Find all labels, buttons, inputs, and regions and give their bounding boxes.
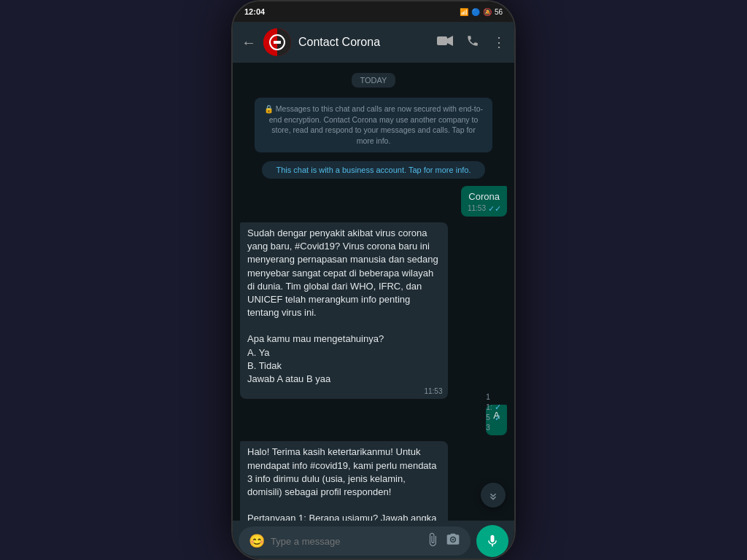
msg-text: Corona bbox=[468, 191, 500, 202]
contact-name[interactable]: Contact Corona bbox=[298, 36, 430, 49]
incoming-bubble: Sudah dengar penyakit akibat virus coron… bbox=[240, 222, 448, 399]
svg-rect-3 bbox=[274, 41, 281, 44]
msg-time: 11:53 bbox=[486, 392, 492, 433]
msg-row: A 11:53 ✓✓ bbox=[240, 405, 507, 435]
read-receipt: ✓✓ bbox=[495, 402, 501, 424]
business-notice[interactable]: This chat is with a business account. Ta… bbox=[262, 161, 485, 179]
msg-row: Halo! Terima kasih ketertarikanmu! Untuk… bbox=[240, 441, 507, 521]
phone-frame: 12:04 📶 🔵 🔕 56 ← Contact Corona bbox=[231, 0, 516, 560]
outgoing-bubble: Corona 11:53 ✓✓ bbox=[461, 186, 507, 217]
chat-body[interactable]: TODAY 🔒 Messages to this chat and calls … bbox=[233, 63, 514, 521]
avatar[interactable] bbox=[263, 28, 291, 56]
svg-rect-4 bbox=[437, 36, 447, 45]
status-icons: 📶 🔵 🔕 56 bbox=[460, 8, 503, 16]
msg-text: Halo! Terima kasih ketertarikanmu! Untuk… bbox=[247, 446, 436, 521]
battery-label: 56 bbox=[495, 8, 503, 16]
attach-button[interactable] bbox=[425, 532, 440, 551]
camera-button[interactable] bbox=[446, 532, 460, 551]
contact-info: Contact Corona bbox=[298, 36, 430, 49]
status-bar: 12:04 📶 🔵 🔕 56 bbox=[233, 1, 514, 22]
call-button[interactable] bbox=[466, 34, 479, 51]
status-time: 12:04 bbox=[244, 7, 265, 16]
date-divider: TODAY bbox=[240, 73, 507, 88]
scroll-down-button[interactable] bbox=[481, 483, 506, 508]
msg-meta: 11:53 bbox=[424, 386, 442, 397]
msg-row: Sudah dengar penyakit akibat virus coron… bbox=[240, 222, 507, 399]
date-badge: TODAY bbox=[352, 73, 396, 88]
msg-meta: 11:53 ✓✓ bbox=[468, 203, 501, 214]
avatar-inner bbox=[263, 28, 291, 56]
msg-row: Corona 11:53 ✓✓ bbox=[240, 186, 507, 217]
signal-icon: 📶 bbox=[460, 8, 468, 16]
svg-marker-5 bbox=[447, 36, 453, 46]
menu-button[interactable]: ⋮ bbox=[492, 34, 506, 50]
header-icons: ⋮ bbox=[437, 34, 506, 51]
network-icon: 🔵 bbox=[471, 8, 480, 16]
input-bar: 😊 bbox=[233, 521, 514, 560]
outgoing-bubble: A 11:53 ✓✓ bbox=[486, 405, 507, 435]
back-button[interactable]: ← bbox=[241, 34, 256, 51]
incoming-bubble: Halo! Terima kasih ketertarikanmu! Untuk… bbox=[240, 441, 448, 521]
msg-text: Sudah dengar penyakit akibat virus coron… bbox=[247, 228, 438, 384]
encryption-notice[interactable]: 🔒 Messages to this chat and calls are no… bbox=[255, 98, 492, 152]
emoji-button[interactable]: 😊 bbox=[249, 533, 265, 549]
message-input[interactable] bbox=[271, 536, 419, 547]
mic-button[interactable] bbox=[476, 525, 508, 557]
silent-icon: 🔕 bbox=[483, 8, 492, 16]
msg-meta: 11:53 ✓✓ bbox=[486, 392, 501, 433]
chat-header: ← Contact Corona bbox=[233, 22, 514, 63]
read-receipt: ✓✓ bbox=[488, 203, 501, 214]
video-call-button[interactable] bbox=[437, 35, 453, 50]
input-wrapper: 😊 bbox=[239, 526, 471, 556]
msg-time: 11:53 bbox=[424, 386, 442, 397]
msg-time: 11:53 bbox=[468, 203, 486, 214]
